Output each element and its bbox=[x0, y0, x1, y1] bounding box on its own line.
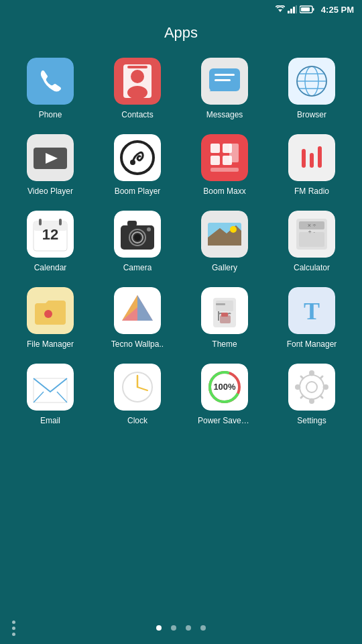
svg-rect-74 bbox=[221, 313, 228, 317]
options-dot-1 bbox=[12, 621, 15, 624]
svg-rect-48 bbox=[59, 219, 62, 225]
svg-point-103 bbox=[323, 384, 328, 390]
signal-icon bbox=[288, 5, 297, 13]
svg-rect-6 bbox=[301, 7, 310, 11]
status-bar: 4:25 PM bbox=[0, 0, 362, 19]
svg-text:× ÷: × ÷ bbox=[308, 222, 316, 229]
page-dot-4[interactable] bbox=[200, 625, 206, 631]
svg-rect-37 bbox=[229, 144, 239, 162]
svg-rect-71 bbox=[216, 301, 233, 311]
app-label-calendar: Calendar bbox=[34, 263, 67, 272]
svg-rect-40 bbox=[302, 149, 306, 168]
app-icon-font-manager: T bbox=[288, 287, 335, 334]
app-label-contacts: Contacts bbox=[121, 110, 153, 119]
app-label-theme: Theme bbox=[212, 339, 237, 349]
svg-line-98 bbox=[320, 376, 322, 378]
app-icon-camera bbox=[114, 211, 161, 258]
svg-point-67 bbox=[44, 310, 52, 318]
app-icon-contacts bbox=[114, 58, 161, 105]
app-label-file-manager: File Manager bbox=[27, 339, 74, 349]
app-icon-video-player bbox=[27, 134, 74, 181]
svg-point-55 bbox=[147, 227, 151, 231]
app-item-tecno-wallpa[interactable]: Tecno Wallpa.. bbox=[94, 280, 181, 354]
app-icon-tecno-wallpa bbox=[114, 287, 161, 334]
app-label-camera: Camera bbox=[123, 263, 152, 272]
svg-rect-2 bbox=[290, 9, 292, 13]
app-item-fm-radio[interactable]: FM Radio bbox=[268, 127, 355, 201]
app-icon-phone bbox=[27, 58, 74, 105]
app-icon-fm-radio bbox=[288, 134, 335, 181]
app-icon-messages bbox=[201, 58, 248, 105]
svg-line-97 bbox=[320, 396, 322, 398]
app-label-email: Email bbox=[40, 416, 60, 425]
app-item-theme[interactable]: Theme bbox=[181, 280, 268, 354]
app-label-boom-player: Boom Player bbox=[115, 186, 161, 196]
app-icon-file-manager bbox=[27, 287, 74, 334]
svg-rect-65 bbox=[299, 232, 324, 247]
options-dot-2 bbox=[12, 627, 15, 630]
svg-rect-38 bbox=[210, 168, 239, 172]
app-item-boom-player[interactable]: Boom Player bbox=[94, 127, 181, 201]
svg-rect-13 bbox=[127, 66, 147, 68]
app-icon-calendar: 12 bbox=[27, 211, 74, 258]
svg-text:12: 12 bbox=[42, 226, 58, 243]
app-label-calculator: Calculator bbox=[294, 263, 330, 272]
svg-rect-47 bbox=[39, 219, 42, 225]
app-item-gallery[interactable]: Gallery bbox=[181, 204, 268, 278]
svg-text:T: T bbox=[304, 298, 320, 325]
app-item-calculator[interactable]: × ÷ + - Calculator bbox=[268, 204, 355, 278]
app-label-font-manager: Font Manager bbox=[287, 339, 337, 349]
options-dot-3 bbox=[12, 633, 15, 636]
app-item-calendar[interactable]: 12 Calendar bbox=[7, 204, 94, 278]
app-item-phone[interactable]: Phone bbox=[7, 51, 94, 125]
app-item-camera[interactable]: Camera bbox=[94, 204, 181, 278]
page-dot-1[interactable] bbox=[156, 625, 162, 631]
battery-icon bbox=[300, 5, 314, 13]
app-item-boom-maxx[interactable]: Boom Maxx bbox=[181, 127, 268, 201]
app-icon-clock bbox=[114, 364, 161, 411]
app-item-font-manager[interactable]: TFont Manager bbox=[268, 280, 355, 354]
app-item-settings[interactable]: Settings bbox=[268, 357, 355, 431]
svg-rect-4 bbox=[296, 5, 297, 13]
app-item-file-manager[interactable]: File Manager bbox=[7, 280, 94, 354]
app-grid: Phone Contacts Messages Browser Video Pl… bbox=[0, 51, 362, 431]
app-icon-email bbox=[27, 364, 74, 411]
app-label-tecno-wallpa: Tecno Wallpa.. bbox=[111, 339, 164, 349]
app-icon-power-save: 100% bbox=[201, 364, 248, 411]
app-item-email[interactable]: Email bbox=[7, 357, 94, 431]
app-item-messages[interactable]: Messages bbox=[181, 51, 268, 125]
svg-marker-0 bbox=[278, 9, 282, 12]
svg-rect-42 bbox=[318, 146, 322, 168]
app-icon-boom-maxx bbox=[201, 134, 248, 181]
app-label-power-save: Power Save M.. bbox=[198, 416, 251, 425]
svg-text:100%: 100% bbox=[213, 382, 236, 392]
page-dot-3[interactable] bbox=[186, 625, 191, 631]
app-label-clock: Clock bbox=[127, 416, 147, 425]
app-item-video-player[interactable]: Video Player bbox=[7, 127, 94, 201]
svg-rect-1 bbox=[288, 11, 290, 13]
app-label-gallery: Gallery bbox=[212, 263, 237, 272]
app-icon-theme bbox=[201, 287, 248, 334]
svg-point-102 bbox=[295, 384, 300, 390]
app-item-contacts[interactable]: Contacts bbox=[94, 51, 181, 125]
svg-point-100 bbox=[309, 370, 314, 376]
svg-rect-72 bbox=[216, 303, 225, 305]
page-title: Apps bbox=[0, 19, 362, 51]
svg-line-96 bbox=[301, 376, 303, 378]
page-dots bbox=[156, 625, 206, 631]
app-label-browser: Browser bbox=[297, 110, 326, 119]
options-menu[interactable] bbox=[12, 621, 15, 636]
app-icon-settings bbox=[288, 364, 335, 411]
app-item-clock[interactable]: Clock bbox=[94, 357, 181, 431]
app-item-browser[interactable]: Browser bbox=[268, 51, 355, 125]
svg-rect-54 bbox=[127, 221, 137, 226]
svg-rect-17 bbox=[215, 74, 235, 76]
svg-rect-18 bbox=[215, 79, 231, 81]
page-dot-2[interactable] bbox=[171, 625, 176, 631]
svg-rect-7 bbox=[312, 8, 314, 11]
app-icon-gallery bbox=[201, 211, 248, 258]
app-item-power-save[interactable]: 100%Power Save M.. bbox=[181, 357, 268, 431]
status-time: 4:25 PM bbox=[321, 5, 354, 15]
app-icon-calculator: × ÷ + - bbox=[288, 211, 335, 258]
app-label-settings: Settings bbox=[297, 416, 326, 425]
